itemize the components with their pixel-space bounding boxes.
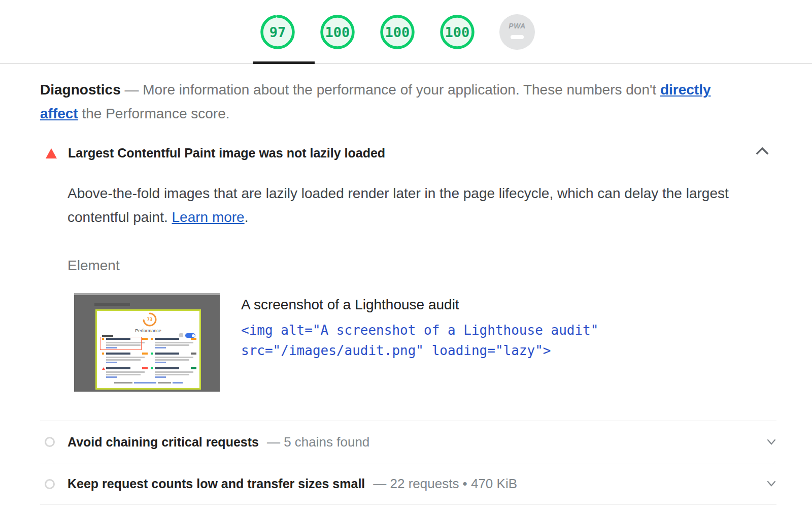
audit-row-critical-requests[interactable]: Avoid chaining critical requests — 5 cha… xyxy=(40,421,776,463)
lcp-audit-header[interactable]: Largest Contentful Paint image was not l… xyxy=(40,146,776,161)
gauge-score-best-practices: 100 xyxy=(380,14,415,50)
mini-metrics-toggle xyxy=(185,333,195,338)
element-column-label: Element xyxy=(67,258,776,274)
info-circle-icon xyxy=(45,479,55,489)
mini-metric-speed-index xyxy=(102,353,148,365)
mini-footer-text xyxy=(97,382,199,384)
pwa-badge-circle: PWA xyxy=(499,14,535,50)
diagnostics-section-heading: Diagnostics — More information about the… xyxy=(40,78,736,125)
chevron-down-icon[interactable] xyxy=(766,481,776,487)
pwa-badge[interactable]: PWA xyxy=(499,14,535,50)
gauge-score-accessibility: 100 xyxy=(320,14,355,50)
mini-category-label: Performance xyxy=(97,328,199,333)
learn-more-link[interactable]: Learn more xyxy=(172,209,244,225)
gauge-performance[interactable]: 97 xyxy=(260,14,295,50)
lcp-audit-description: Above-the-fold images that are lazily lo… xyxy=(67,181,742,229)
lcp-audit-title: Largest Contentful Paint image was not l… xyxy=(68,146,385,161)
node-snippet-code: <img alt="A screenshot of a Lighthouse a… xyxy=(241,320,629,361)
gauge-score-performance: 97 xyxy=(260,14,295,50)
gauge-best-practices[interactable]: 100 xyxy=(380,14,415,50)
element-row: 73 Performance xyxy=(74,293,776,392)
lcp-description-text: Above-the-fold images that are lazily lo… xyxy=(67,185,729,225)
audit-row-title: Avoid chaining critical requests xyxy=(67,435,259,450)
thumb-top-strip xyxy=(74,293,220,295)
mini-metric-tti xyxy=(151,338,196,350)
node-label: A screenshot of a Lighthouse audit xyxy=(241,297,629,313)
diagnostics-description-2: the Performance score. xyxy=(78,106,230,121)
warning-triangle-icon xyxy=(46,148,57,158)
audit-row-request-counts[interactable]: Keep request counts low and transfer siz… xyxy=(40,463,776,505)
element-thumbnail: 73 Performance xyxy=(74,293,220,392)
gauge-seo[interactable]: 100 xyxy=(439,14,475,50)
category-gauges: 97 100 100 100 PWA xyxy=(260,14,535,50)
diagnostics-description-1: — More information about the performance… xyxy=(121,82,660,98)
mini-toggle-square xyxy=(179,333,183,337)
score-gauges-header: 97 100 100 100 PWA xyxy=(0,0,812,64)
pwa-logo: PWA xyxy=(499,22,535,30)
thumb-faint-text xyxy=(94,303,130,306)
collapsed-audits-list: Avoid chaining critical requests — 5 cha… xyxy=(40,421,776,505)
period: . xyxy=(245,209,249,225)
element-node-info: A screenshot of a Lighthouse audit <img … xyxy=(241,293,629,392)
info-circle-icon xyxy=(45,437,55,447)
pwa-dash-icon xyxy=(511,35,524,39)
gauge-accessibility[interactable]: 100 xyxy=(320,14,355,50)
audit-row-title: Keep request counts low and transfer siz… xyxy=(67,476,365,491)
mini-highlight-outline xyxy=(100,337,142,350)
mini-metric-cls xyxy=(151,367,196,379)
diagnostics-title: Diagnostics xyxy=(40,82,121,98)
mini-gauge-score: 73 xyxy=(142,312,157,327)
mini-metric-lcp xyxy=(102,367,148,379)
gauge-score-seo: 100 xyxy=(439,14,475,50)
chevron-down-icon[interactable] xyxy=(766,439,776,445)
mini-metric-tbt xyxy=(151,353,196,365)
mini-audit-card: 73 Performance xyxy=(95,309,201,390)
active-category-underline xyxy=(253,61,315,64)
audit-row-detail: — 5 chains found xyxy=(267,434,369,450)
mini-performance-gauge: 73 xyxy=(142,312,157,327)
chevron-up-icon[interactable] xyxy=(756,147,769,155)
audit-row-detail: — 22 requests • 470 KiB xyxy=(373,476,517,492)
